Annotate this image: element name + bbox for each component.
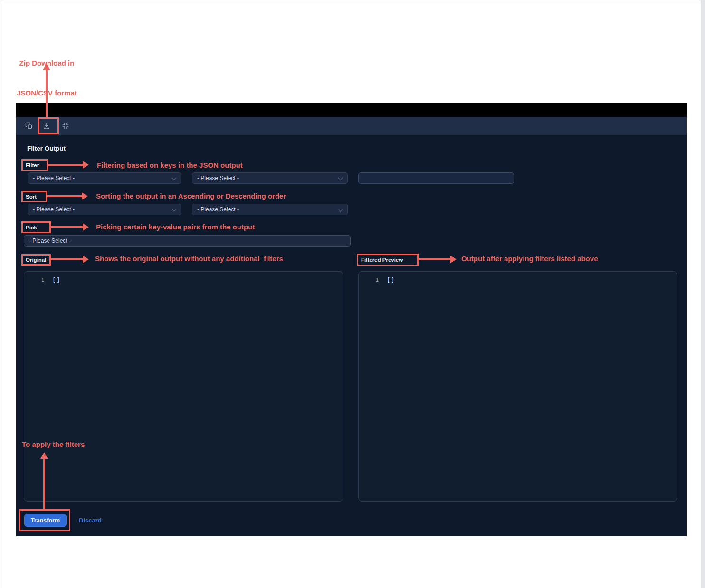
arrow-shaft bbox=[43, 458, 45, 509]
chevron-down-icon bbox=[339, 207, 343, 210]
sort-order-select-value: - Please Select - bbox=[197, 206, 239, 213]
highlight-box-sort bbox=[21, 191, 47, 202]
filter-key-select-value: - Please Select - bbox=[33, 175, 75, 181]
sort-key-select[interactable]: - Please Select - bbox=[28, 204, 181, 215]
annotation-filter: Filtering based on keys in the JSON outp… bbox=[97, 161, 243, 169]
arrow-shaft bbox=[419, 258, 451, 260]
copy-icon[interactable] bbox=[23, 120, 35, 132]
code-content: [] bbox=[44, 276, 61, 284]
arrow-right-icon bbox=[83, 223, 89, 231]
annotation-apply: To apply the filters bbox=[22, 440, 85, 448]
sort-order-select[interactable]: - Please Select - bbox=[192, 204, 348, 215]
code-content: [] bbox=[379, 276, 395, 284]
arrow-shaft bbox=[48, 164, 83, 166]
filtered-preview-code-editor[interactable]: 1 [] bbox=[358, 271, 677, 502]
window-title-strip bbox=[16, 103, 687, 117]
chevron-down-icon bbox=[172, 175, 176, 179]
line-number: 1 bbox=[359, 276, 379, 284]
annotation-filtered-preview: Output after applying filters listed abo… bbox=[461, 255, 598, 263]
filter-value-input[interactable] bbox=[358, 172, 514, 184]
arrow-shaft bbox=[51, 226, 83, 228]
original-code-editor[interactable]: 1 [] bbox=[24, 271, 343, 502]
arrow-shaft bbox=[46, 69, 48, 118]
collapse-icon[interactable] bbox=[59, 120, 72, 132]
sort-key-select-value: - Please Select - bbox=[33, 206, 75, 213]
code-line: 1 [] bbox=[24, 276, 343, 284]
discard-button[interactable]: Discard bbox=[79, 517, 102, 524]
filter-condition-select[interactable]: - Please Select - bbox=[192, 172, 348, 184]
annotation-sort: Sorting the output in an Ascending or De… bbox=[96, 192, 286, 200]
highlight-box-download bbox=[38, 117, 59, 134]
arrow-right-icon bbox=[83, 256, 89, 263]
pick-select[interactable]: - Please Select - bbox=[24, 235, 351, 247]
highlight-box-original bbox=[21, 254, 51, 266]
arrow-shaft bbox=[51, 258, 83, 260]
arrow-right-icon bbox=[83, 161, 89, 169]
highlight-box-filter bbox=[21, 159, 48, 171]
highlight-box-filtered-preview bbox=[357, 254, 419, 266]
page-title: Filter Output bbox=[27, 145, 66, 152]
scrollbar[interactable] bbox=[701, 0, 705, 588]
annotation-pick: Picking certain key-value pairs from the… bbox=[96, 223, 255, 231]
chevron-down-icon bbox=[172, 207, 176, 210]
line-number: 1 bbox=[24, 276, 44, 284]
page: Filter Output Filter - Please Select - -… bbox=[0, 0, 705, 588]
filter-condition-select-value: - Please Select - bbox=[197, 175, 239, 181]
arrow-right-icon bbox=[450, 256, 457, 263]
filter-key-select[interactable]: - Please Select - bbox=[28, 172, 181, 184]
arrow-shaft bbox=[47, 195, 82, 197]
pick-select-value: - Please Select - bbox=[29, 237, 71, 244]
chevron-down-icon bbox=[339, 175, 343, 179]
code-line: 1 [] bbox=[359, 276, 677, 284]
highlight-box-pick bbox=[21, 221, 51, 233]
toolbar bbox=[16, 117, 687, 135]
annotation-original: Shows the original output without any ad… bbox=[95, 255, 283, 263]
highlight-box-transform bbox=[19, 509, 70, 531]
arrow-right-icon bbox=[82, 192, 88, 200]
